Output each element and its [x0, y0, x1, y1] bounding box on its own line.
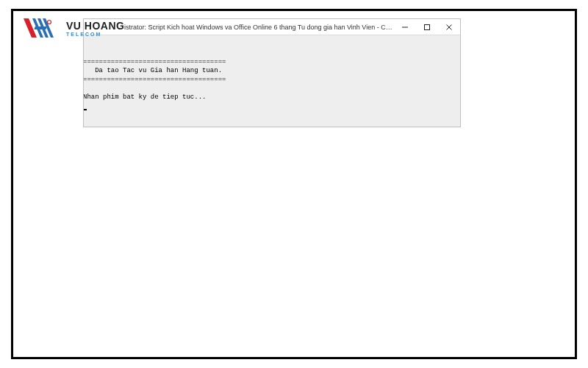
window-titlebar[interactable]: istrator: Script Kich hoat Windows va Of…	[84, 19, 460, 35]
minimize-icon	[401, 24, 409, 31]
svg-rect-3	[425, 24, 430, 29]
brand-logo: VU HOANG TELECOM	[22, 17, 124, 40]
logo-sub-text: TELECOM	[66, 32, 124, 37]
separator-line-2: ====================================	[84, 76, 226, 83]
window-title: istrator: Script Kich hoat Windows va Of…	[84, 24, 394, 31]
logo-main-text: VU HOANG	[66, 21, 124, 31]
page-frame: VU HOANG TELECOM istrator: Script Kich h…	[11, 9, 577, 359]
logo-mark-icon	[22, 17, 62, 40]
svg-point-1	[48, 21, 51, 24]
separator-line-1: ====================================	[84, 58, 226, 66]
status-message: Da tao Tac vu Gia han Hang tuan.	[84, 67, 222, 74]
console-body[interactable]: ==================================== Da …	[84, 35, 460, 127]
svg-rect-0	[34, 26, 46, 29]
text-cursor	[84, 109, 87, 110]
window-controls	[394, 19, 460, 35]
continue-prompt: Nhan phim bat ky de tiep tuc...	[84, 93, 206, 101]
logo-text: VU HOANG TELECOM	[66, 21, 124, 37]
maximize-icon	[423, 24, 431, 31]
maximize-button[interactable]	[416, 19, 438, 35]
console-window: istrator: Script Kich hoat Windows va Of…	[83, 18, 461, 127]
console-output: ==================================== Da …	[84, 35, 460, 110]
minimize-button[interactable]	[394, 19, 416, 35]
close-button[interactable]	[438, 19, 460, 35]
close-icon	[445, 24, 453, 31]
